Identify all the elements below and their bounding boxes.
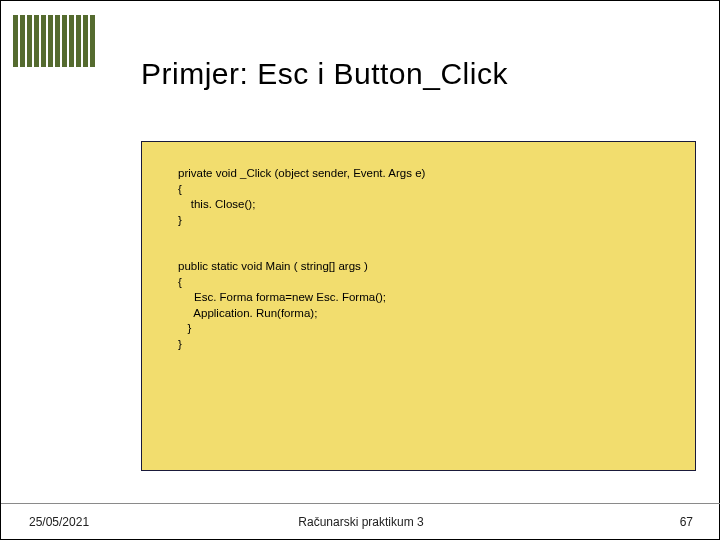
slide-footer: 25/05/2021 Računarski praktikum 3 67 bbox=[1, 503, 720, 539]
footer-page-number: 67 bbox=[680, 515, 693, 529]
slide: Primjer: Esc i Button_Click private void… bbox=[0, 0, 720, 540]
decor-bars bbox=[13, 15, 95, 67]
footer-title: Računarski praktikum 3 bbox=[1, 515, 720, 529]
code-block: private void _Click (object sender, Even… bbox=[141, 141, 696, 471]
slide-title: Primjer: Esc i Button_Click bbox=[141, 57, 508, 91]
